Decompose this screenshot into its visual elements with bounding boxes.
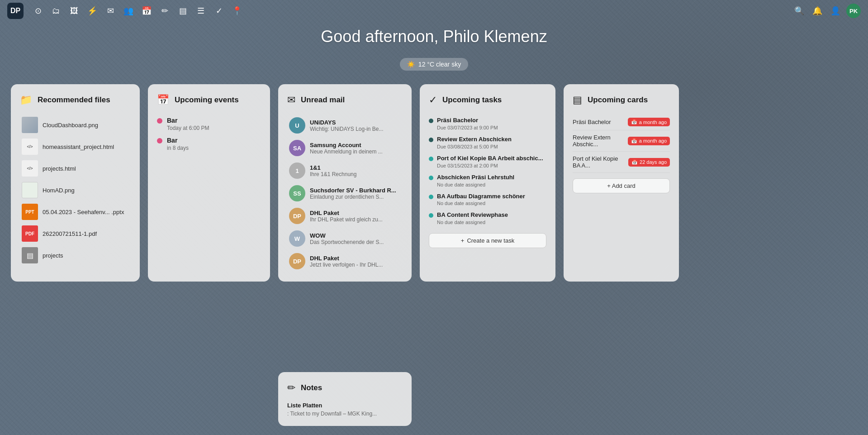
list-item[interactable]: </> projects.html: [20, 158, 131, 179]
notes-card: ✏ Notes Liste Platten : Ticket to my Dow…: [278, 372, 412, 426]
list-item[interactable]: Präsi Bachelor Due 03/07/2023 at 9:00 PM: [429, 114, 546, 133]
file-name: homeassistant_project.html: [43, 143, 114, 150]
file-name: CloudDashboard.png: [43, 122, 98, 129]
list-item[interactable]: Abschicken Präsi Lehrstuhl No due date a…: [429, 171, 546, 190]
event-dot: [157, 118, 162, 124]
card-name: Präsi Bachelor: [573, 119, 628, 125]
nav-icon-location[interactable]: 📍: [230, 4, 244, 18]
weather-text: 12 °C clear sky: [418, 61, 461, 68]
nav-icon-people[interactable]: 👥: [121, 4, 136, 18]
tasks-title: Upcoming tasks: [442, 96, 502, 105]
task-status-dot: [429, 119, 433, 123]
list-item[interactable]: DP DHL Paket Ihr DHL Paket wird gleich z…: [287, 205, 403, 227]
notifications-icon[interactable]: 🔔: [810, 4, 825, 18]
task-name: BA Content Reviewphase: [437, 211, 508, 219]
task-due: No due date assigned: [437, 201, 525, 206]
notes-preview-title: Liste Platten: [287, 402, 403, 409]
event-name: Bar: [167, 137, 189, 144]
list-item[interactable]: BA Aufbau Diagramme schöner No due date …: [429, 190, 546, 209]
list-item[interactable]: Review Extern Abschicken Due 03/08/2023 …: [429, 133, 546, 152]
list-item[interactable]: ▤ projects: [20, 244, 131, 266]
nav-icon-image[interactable]: 🖼: [67, 4, 81, 18]
file-thumb-image: [22, 117, 38, 133]
time-badge: 📅 a month ago: [628, 118, 670, 126]
mail-avatar: U: [289, 117, 305, 134]
list-item[interactable]: W WOW Das Sportwochenende der S...: [287, 227, 403, 250]
file-name: HomAD.png: [43, 187, 75, 194]
list-item[interactable]: Präsi Bachelor 📅 a month ago: [573, 114, 670, 130]
nav-icon-calendar[interactable]: 📅: [139, 4, 154, 18]
search-icon[interactable]: 🔍: [792, 4, 806, 18]
task-status-dot: [429, 157, 433, 161]
file-name: projects.html: [43, 165, 76, 172]
card-header-events: 📅 Upcoming events: [157, 94, 261, 106]
tasks-list: Präsi Bachelor Due 03/07/2023 at 9:00 PM…: [429, 114, 546, 228]
file-name: projects: [43, 252, 63, 259]
nav-icon-list[interactable]: ☰: [194, 4, 208, 18]
nav-right-icons: 🔍 🔔 👤 PK: [792, 4, 861, 18]
pencil-icon: ✏: [287, 382, 295, 394]
events-title: Upcoming events: [175, 96, 239, 105]
task-due: Due 03/08/2023 at 5:00 PM: [437, 144, 512, 149]
avatar[interactable]: PK: [846, 4, 861, 18]
events-list: Bar Today at 6:00 PM Bar in 8 days: [157, 114, 261, 154]
mail-avatar: DP: [289, 208, 305, 224]
calendar-mini-icon: 📅: [631, 159, 638, 165]
task-name: Präsi Bachelor: [437, 117, 498, 124]
task-status-dot: [429, 195, 433, 199]
upcoming-tasks-card: ✓ Upcoming tasks Präsi Bachelor Due 03/0…: [420, 84, 555, 282]
file-thumb-homad: [22, 182, 38, 198]
mail-avatar: DP: [289, 253, 305, 269]
list-item[interactable]: Bar in 8 days: [157, 134, 261, 154]
nav-icon-pen[interactable]: ✏: [157, 4, 172, 18]
files-title: Recommended files: [38, 96, 110, 105]
list-item[interactable]: </> homeassistant_project.html: [20, 136, 131, 158]
nav-icon-circle[interactable]: ⊙: [31, 4, 45, 18]
add-card-button[interactable]: + Add card: [573, 178, 670, 193]
mail-avatar: W: [289, 230, 305, 247]
event-name: Bar: [167, 117, 209, 124]
task-status-dot: [429, 138, 433, 142]
list-item[interactable]: 1 1&1 Ihre 1&1 Rechnung: [287, 159, 403, 182]
list-item[interactable]: DP DHL Paket Jetzt live verfolgen - Ihr …: [287, 250, 403, 272]
mail-avatar: SA: [289, 140, 305, 156]
app-logo[interactable]: DP: [7, 3, 24, 19]
event-dot: [157, 138, 162, 143]
task-due: Due 03/07/2023 at 9:00 PM: [437, 125, 498, 130]
list-item[interactable]: Bar Today at 6:00 PM: [157, 114, 261, 134]
create-task-button[interactable]: + Create a new task: [429, 233, 546, 248]
list-item[interactable]: HomAD.png: [20, 179, 131, 201]
mail-preview: Neue Anmeldung in deinem ...: [310, 148, 383, 155]
list-item[interactable]: U UNiDAYS Wichtig: UNiDAYS Log-in Be...: [287, 114, 403, 137]
card-name: Port of Kiel Kopie BA A...: [573, 155, 628, 169]
nav-icon-lightning[interactable]: ⚡: [85, 4, 100, 18]
list-item[interactable]: Port of Kiel Kopie BA A... 📅 22 days ago: [573, 152, 670, 173]
event-time: in 8 days: [167, 145, 189, 151]
mail-preview: Ihr DHL Paket wird gleich zu...: [310, 216, 383, 223]
list-item[interactable]: SS Suchsdorfer SV - Burkhard R... Einlad…: [287, 182, 403, 205]
task-name: Abschicken Präsi Lehrstuhl: [437, 174, 514, 182]
mail-preview: Das Sportwochenende der S...: [310, 239, 384, 245]
nav-icon-layers[interactable]: ▤: [175, 4, 190, 18]
mail-title: Unread mail: [301, 96, 345, 105]
cards-icon: ▤: [573, 94, 582, 106]
upcoming-cards-title: Upcoming cards: [588, 96, 648, 105]
nav-icon-check[interactable]: ✓: [212, 4, 226, 18]
person-icon[interactable]: 👤: [828, 4, 843, 18]
plus-icon: +: [461, 237, 465, 244]
list-item[interactable]: Review Extern Abschic... 📅 a month ago: [573, 130, 670, 152]
nav-icon-mail[interactable]: ✉: [103, 4, 118, 18]
file-name: 262200721511-1.pdf: [43, 230, 97, 237]
list-item[interactable]: SA Samsung Account Neue Anmeldung in dei…: [287, 137, 403, 159]
list-item[interactable]: CloudDashboard.png: [20, 114, 131, 136]
mail-sender: 1&1: [310, 164, 356, 171]
list-item[interactable]: BA Content Reviewphase No due date assig…: [429, 209, 546, 228]
check-icon: ✓: [429, 94, 437, 106]
list-item[interactable]: Port of Kiel Kopie BA Arbeit abschic... …: [429, 152, 546, 171]
file-name: 05.04.2023 - Seehafenv... .pptx: [43, 209, 124, 215]
notes-content[interactable]: Liste Platten : Ticket to my Downfall – …: [287, 402, 403, 417]
nav-icon-folder[interactable]: 🗂: [49, 4, 63, 18]
task-name: Port of Kiel Kopie BA Arbeit abschic...: [437, 155, 543, 163]
list-item[interactable]: PPT 05.04.2023 - Seehafenv... .pptx: [20, 201, 131, 223]
list-item[interactable]: PDF 262200721511-1.pdf: [20, 223, 131, 244]
